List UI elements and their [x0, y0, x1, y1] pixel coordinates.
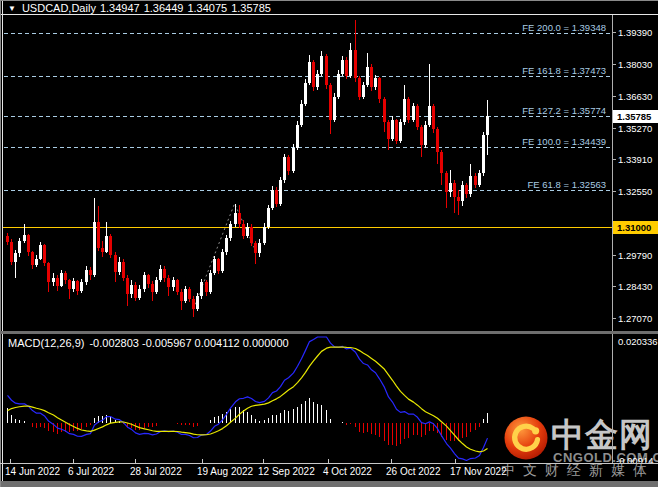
candle-body — [167, 278, 170, 287]
candle-body — [118, 262, 121, 272]
candle-body — [461, 185, 464, 201]
chart-canvas[interactable]: FE 200.0 = 1.39348FE 161.8 = 1.37473FE 1… — [0, 1, 658, 487]
candle-body — [114, 255, 117, 272]
candle-body — [134, 285, 137, 298]
candle-body — [469, 176, 472, 195]
fib-level-label: FE 100.0 = 1.34439 — [522, 136, 606, 147]
candle-body — [163, 269, 166, 278]
candle-body — [387, 122, 390, 138]
candle-body — [143, 275, 146, 289]
candle-body — [383, 99, 386, 122]
ohlc-open: 1.34947 — [100, 2, 140, 14]
candle-body — [312, 62, 315, 88]
candle-body — [296, 125, 299, 148]
candle-body — [155, 280, 158, 292]
price-axis-label: 1.27070 — [618, 313, 652, 324]
candle-body — [126, 278, 129, 294]
candle-body — [279, 180, 282, 203]
candle-body — [374, 78, 377, 87]
candle-body — [151, 284, 154, 292]
candle-body — [23, 235, 26, 241]
candle-body — [242, 224, 245, 236]
candle-body — [180, 292, 183, 301]
candle-body — [304, 83, 307, 104]
candle-body — [275, 190, 278, 204]
candle-body — [366, 67, 369, 86]
candle-body — [229, 224, 232, 238]
candle-body — [52, 278, 55, 283]
time-scale[interactable]: 14 Jun 20226 Jul 202228 Jul 202219 Aug 2… — [0, 459, 658, 477]
candle-body — [341, 60, 344, 74]
candle-body — [329, 85, 332, 120]
candle-body — [424, 125, 427, 146]
candle-body — [147, 275, 150, 283]
candle-body — [474, 176, 477, 185]
candle-body — [14, 253, 17, 261]
ohlc-low: 1.34075 — [187, 2, 227, 14]
candle-body — [225, 238, 228, 252]
candle-body — [238, 213, 241, 225]
candle-body — [109, 236, 112, 255]
candle-body — [263, 227, 266, 243]
candle-body — [47, 263, 50, 283]
candle-body — [482, 135, 485, 173]
candle-body — [196, 296, 199, 309]
candle-body — [200, 282, 203, 296]
pane-separator[interactable] — [0, 331, 658, 334]
candle-body — [209, 273, 212, 292]
fib-level-label: FE 61.8 = 1.32563 — [528, 179, 606, 190]
candle-body — [370, 67, 373, 88]
candle-body — [449, 183, 452, 192]
candle-body — [432, 106, 435, 129]
candle-body — [56, 278, 59, 286]
ohlc-high: 1.36449 — [144, 2, 184, 14]
candle-body — [354, 50, 357, 78]
symbol-dropdown-icon[interactable]: ▼ — [8, 4, 16, 13]
candle-body — [122, 262, 125, 278]
price-axis-label: 1.32550 — [618, 186, 652, 197]
candle-body — [320, 56, 323, 73]
candle-body — [172, 280, 175, 287]
candle-body — [358, 78, 361, 97]
candle-body — [188, 289, 191, 298]
candle-body — [337, 74, 340, 97]
candle-body — [399, 122, 402, 141]
candle-body — [130, 285, 133, 294]
ohlc-close: 1.35785 — [231, 2, 271, 14]
time-axis-label: 28 Jul 2022 — [130, 466, 182, 477]
candle-body — [428, 106, 431, 125]
candle-body — [105, 236, 108, 252]
chart-title-bar: ▼USDCAD,Daily1.349471.364491.340751.3578… — [8, 2, 275, 14]
candle-body — [465, 185, 468, 194]
price-axis-label: 1.28430 — [618, 281, 652, 292]
candle-body — [68, 280, 71, 289]
candle-body — [254, 243, 257, 253]
candle-body — [478, 173, 481, 185]
macd-pane — [8, 337, 488, 460]
price-axis-label: 1.33910 — [618, 154, 652, 165]
candle-body — [234, 213, 237, 225]
time-axis-label: 14 Jun 2022 — [5, 466, 60, 477]
candle-body — [101, 248, 104, 253]
candle-body — [378, 78, 381, 99]
candle-body — [416, 106, 419, 127]
candle-body — [76, 281, 79, 290]
price-axis-label: 1.36630 — [618, 91, 652, 102]
candlestick-series — [6, 20, 489, 317]
candle-body — [412, 106, 415, 120]
fib-level-label: FE 161.8 = 1.37473 — [522, 65, 606, 76]
fib-level-label: FE 127.2 = 1.35774 — [522, 105, 606, 116]
price-scale[interactable]: 1.393901.380301.366301.352701.339101.325… — [612, 15, 658, 466]
candle-body — [300, 104, 303, 125]
candle-body — [440, 152, 443, 173]
candle-body — [85, 270, 88, 283]
price-axis-label: 1.29790 — [618, 250, 652, 261]
candle-body — [407, 99, 410, 120]
candle-body — [97, 222, 100, 248]
macd-indicator-label: MACD(12,26,9)-0.002803 -0.005967 0.00411… — [8, 337, 294, 349]
fib-anchor-zigzag[interactable] — [193, 204, 255, 310]
candle-body — [345, 60, 348, 76]
candle-body — [27, 235, 30, 252]
candle-body — [283, 157, 286, 180]
time-axis-label: 17 Nov 2022 — [450, 466, 507, 477]
